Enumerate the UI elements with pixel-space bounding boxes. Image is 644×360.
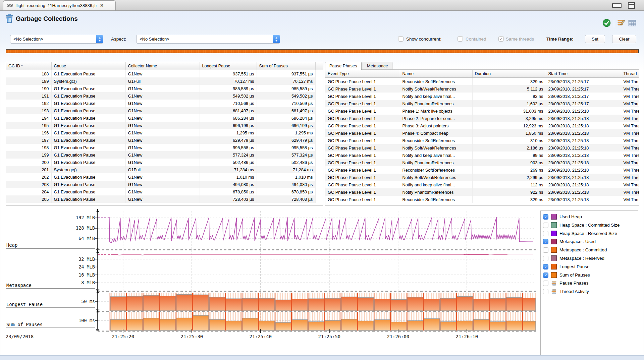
- minimize-button[interactable]: [612, 3, 622, 8]
- bucket-bar-longest_pause[interactable]: [110, 297, 126, 311]
- table-row[interactable]: 200G1 Evacuation PauseG1New502,486 µs502…: [6, 159, 323, 166]
- table-row[interactable]: 205G1 Evacuation PauseG1New728,403 µs728…: [6, 195, 323, 203]
- col-header-thread[interactable]: Thread: [621, 70, 639, 78]
- table-row[interactable]: GC Phase Pause Level 1Phase 4: Compact h…: [325, 129, 639, 137]
- bucket-bar-longest_pause[interactable]: [341, 297, 357, 311]
- set-button[interactable]: Set: [585, 35, 605, 43]
- table-row[interactable]: 198G1 Evacuation PauseG1New995,558 µs995…: [6, 144, 323, 151]
- col-header-cause[interactable]: Cause: [51, 62, 125, 70]
- legend-item[interactable]: ✓Sum of Pauses: [541, 272, 638, 280]
- table-row[interactable]: 196G1 Evacuation PauseG1New1,295 ms1,295…: [6, 129, 323, 136]
- table-row[interactable]: 190G1 Evacuation PauseG1New985,589 µs985…: [6, 85, 323, 92]
- table-row[interactable]: GC Phase Pause Level 1Notify PhantomRefe…: [325, 159, 639, 166]
- edit-rules-icon[interactable]: [617, 19, 625, 28]
- legend-checkbox[interactable]: [543, 289, 548, 294]
- col-header-name[interactable]: Name: [400, 70, 472, 78]
- legend-checkbox[interactable]: ✓: [543, 264, 548, 269]
- table-row[interactable]: 191G1 Evacuation PauseG1New549,502 µs549…: [6, 92, 323, 100]
- table-row[interactable]: GC Phase Pause Level 1Notify and keep al…: [325, 181, 639, 188]
- bucket-bar-longest_pause[interactable]: [259, 298, 275, 311]
- bucket-bar-longest_pause[interactable]: [275, 300, 291, 311]
- table-row[interactable]: GC Phase Pause Level 1Phase 3: Adjust po…: [325, 122, 639, 129]
- legend-checkbox[interactable]: [543, 281, 548, 286]
- legend-item[interactable]: ✓Longest Pause: [541, 263, 638, 272]
- maximize-button[interactable]: [628, 2, 635, 9]
- legend-item[interactable]: ✓Metaspace : Used: [541, 238, 638, 246]
- bucket-bar-longest_pause[interactable]: [358, 298, 374, 311]
- bucket-bar-sum_pauses[interactable]: [209, 319, 225, 331]
- legend-item[interactable]: Heap Space : Committed Size: [541, 222, 638, 230]
- bucket-bar-sum_pauses[interactable]: [143, 318, 159, 331]
- table-row[interactable]: GC Phase Pause Level 1Notify PhantomRefe…: [325, 188, 639, 196]
- table-row[interactable]: GC Phase Pause Level 1Phase 2: Prepare f…: [325, 115, 639, 122]
- bucket-bar-sum_pauses[interactable]: [424, 319, 440, 331]
- bucket-bar-sum_pauses[interactable]: [160, 319, 176, 331]
- col-header-duration[interactable]: Duration: [472, 70, 546, 78]
- bucket-bar-longest_pause[interactable]: [374, 299, 390, 311]
- bucket-bar-sum_pauses[interactable]: [308, 322, 324, 331]
- table-row[interactable]: GC Phase Pause Level 1Phase 1: Mark live…: [325, 107, 639, 115]
- legend-checkbox[interactable]: ✓: [543, 273, 548, 278]
- legend-checkbox[interactable]: [543, 247, 548, 253]
- tab-metaspace[interactable]: Metaspace: [363, 62, 392, 70]
- legend-checkbox[interactable]: [543, 223, 548, 228]
- table-row[interactable]: 194G1 Evacuation PauseG1New686,284 µs686…: [6, 114, 323, 122]
- bucket-bar-sum_pauses[interactable]: [408, 321, 423, 331]
- bucket-bar-sum_pauses[interactable]: [176, 318, 192, 331]
- table-settings-icon[interactable]: [628, 19, 636, 28]
- legend-checkbox[interactable]: [543, 256, 548, 261]
- col-header-start-time[interactable]: Start Time: [546, 70, 621, 78]
- table-row[interactable]: GC Phase Pause Level 1Reconsider SoftRef…: [325, 166, 639, 174]
- bucket-bar-longest_pause[interactable]: [424, 299, 440, 311]
- result-ok-icon[interactable]: [602, 19, 611, 28]
- bucket-bar-sum_pauses[interactable]: [243, 318, 258, 331]
- bucket-bar-sum_pauses[interactable]: [226, 321, 241, 331]
- bucket-bar-longest_pause[interactable]: [193, 295, 209, 311]
- legend-item[interactable]: Heap Space : Reserved Size: [541, 230, 638, 238]
- bucket-bar-sum_pauses[interactable]: [506, 321, 522, 331]
- bucket-bar-longest_pause[interactable]: [523, 298, 536, 311]
- legend-item[interactable]: Thread Activity: [541, 288, 638, 296]
- bucket-bar-longest_pause[interactable]: [209, 297, 225, 311]
- table-row[interactable]: 201System.gc()G1Full71,284 ms71,284 ms: [6, 166, 323, 173]
- bucket-bar-sum_pauses[interactable]: [259, 321, 275, 331]
- bucket-bar-longest_pause[interactable]: [325, 298, 341, 311]
- bucket-bar-longest_pause[interactable]: [440, 298, 456, 311]
- table-row[interactable]: GC Phase Pause Level 1Reconsider SoftRef…: [325, 196, 639, 203]
- bucket-bar-sum_pauses[interactable]: [457, 321, 473, 331]
- bucket-bar-longest_pause[interactable]: [243, 298, 258, 311]
- bucket-bar-sum_pauses[interactable]: [110, 319, 126, 331]
- legend-checkbox[interactable]: ✓: [543, 214, 548, 220]
- table-row[interactable]: 195G1 Evacuation PauseG1New696,199 µs696…: [6, 122, 323, 129]
- table-row[interactable]: 188G1 Evacuation PauseG1New937,551 µs937…: [6, 70, 323, 78]
- table-row[interactable]: 192G1 Evacuation PauseG1New710,569 µs710…: [6, 100, 323, 107]
- bucket-bar-sum_pauses[interactable]: [374, 320, 390, 331]
- table-row[interactable]: GC Phase Pause Level 1Notify Soft/WeakRe…: [325, 144, 639, 152]
- table-row[interactable]: 189System.gc()G1Full70,127 ms70,127 ms: [6, 77, 323, 85]
- bucket-bar-sum_pauses[interactable]: [127, 319, 143, 331]
- selection-combo[interactable]: <No Selection> ▲▼: [10, 35, 103, 44]
- tab-close-icon[interactable]: ✕: [100, 3, 104, 8]
- table-row[interactable]: GC Phase Pause Level 1Notify and keep al…: [325, 93, 639, 100]
- time-range-selector[interactable]: [6, 49, 639, 53]
- gc-chart-svg[interactable]: 192 MiB128 MiB64 MiBHeap32 MiB24 MiB16 M…: [0, 206, 540, 342]
- contained-checkbox[interactable]: [458, 36, 463, 42]
- bucket-bar-sum_pauses[interactable]: [193, 315, 209, 331]
- aspect-combo[interactable]: <No Selection> ▲▼: [136, 35, 280, 44]
- bucket-bar-sum_pauses[interactable]: [292, 320, 308, 331]
- col-header-sum-of-pauses[interactable]: Sum of Pauses: [257, 62, 315, 70]
- clear-button[interactable]: Clear: [612, 35, 636, 43]
- bucket-bar-sum_pauses[interactable]: [523, 321, 536, 331]
- bucket-bar-longest_pause[interactable]: [506, 298, 522, 311]
- gc-timeline-chart[interactable]: 192 MiB128 MiB64 MiBHeap32 MiB24 MiB16 M…: [0, 206, 540, 342]
- bucket-bar-longest_pause[interactable]: [408, 297, 423, 311]
- col-header-longest-pause[interactable]: Longest Pause: [200, 62, 257, 70]
- table-row[interactable]: GC Phase Pause Level 1Notify Soft/WeakRe…: [325, 174, 639, 181]
- legend-item[interactable]: Metaspace : Reserved: [541, 255, 638, 263]
- bucket-bar-longest_pause[interactable]: [457, 296, 473, 311]
- legend-item[interactable]: Pause Phases: [541, 280, 638, 288]
- table-row[interactable]: GC Phase Pause Level 1Notify PhantomRefe…: [325, 100, 639, 107]
- col-header-event-type[interactable]: Event Type: [325, 70, 400, 78]
- show-concurrent-checkbox[interactable]: [398, 36, 404, 42]
- legend-checkbox[interactable]: ✓: [543, 239, 548, 244]
